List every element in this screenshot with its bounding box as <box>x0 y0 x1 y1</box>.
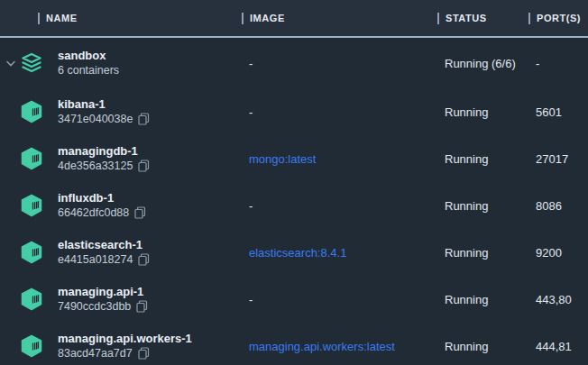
container-id: 3471e040038e <box>58 112 133 126</box>
status-cell: Running <box>437 105 528 119</box>
container-id: 7490ccdc3dbb <box>58 299 131 314</box>
copy-icon[interactable] <box>138 160 150 172</box>
container-subtitle: e4415a018274 <box>58 252 150 267</box>
container-name: managingdb-1 <box>58 144 150 159</box>
ports-cell: 444,81 <box>528 340 588 353</box>
stack-icon <box>20 51 43 75</box>
copy-icon[interactable] <box>134 206 146 219</box>
name-cell: managing.api-1 7490ccdc3dbb <box>0 285 242 314</box>
name-text-block: managingdb-1 4de356a33125 <box>58 144 150 173</box>
status-cell: Running <box>437 293 528 306</box>
copy-icon[interactable] <box>138 347 150 360</box>
status-cell: Running <box>437 199 528 213</box>
container-name: managing.api.workers-1 <box>58 332 192 346</box>
container-name: sandbox <box>58 49 119 63</box>
column-divider <box>242 13 243 24</box>
column-header-name[interactable]: NAME <box>0 13 242 24</box>
container-subtitle: 6 containers <box>58 63 119 78</box>
status-cell: Running <box>437 152 528 166</box>
container-subtitle: 3471e040038e <box>58 112 150 126</box>
status-cell: Running <box>437 246 528 260</box>
ports-cell: - <box>528 57 588 70</box>
container-subtitle: 7490ccdc3dbb <box>58 299 148 314</box>
table-row[interactable]: influxdb-1 66462dfc0d88 - Running 8086 <box>0 182 588 229</box>
image-cell: - <box>242 105 437 119</box>
status-cell: Running <box>437 340 528 353</box>
container-id: e4415a018274 <box>58 252 133 267</box>
column-divider <box>528 13 530 24</box>
container-id: 6 containers <box>58 63 119 78</box>
container-subtitle: 66462dfc0d88 <box>58 205 146 220</box>
column-divider <box>38 13 40 24</box>
container-name: kibana-1 <box>58 97 150 112</box>
container-id: 4de356a33125 <box>58 159 133 173</box>
image-cell[interactable]: managing.api.workers:latest <box>242 340 437 353</box>
table-row[interactable]: sandbox 6 containers - Running (6/6) - <box>0 38 588 88</box>
container-cube-icon <box>20 194 43 217</box>
name-cell: kibana-1 3471e040038e <box>0 97 242 126</box>
chevron-down-icon[interactable] <box>4 60 18 67</box>
table-row[interactable]: managingdb-1 4de356a33125 mongo:latest R… <box>0 135 588 182</box>
status-cell: Running (6/6) <box>437 57 528 70</box>
image-cell: - <box>242 199 437 213</box>
name-text-block: elasticsearch-1 e4415a018274 <box>58 238 150 267</box>
name-text-block: kibana-1 3471e040038e <box>58 97 150 126</box>
ports-cell: 8086 <box>528 199 588 213</box>
container-name: influxdb-1 <box>58 191 146 205</box>
name-cell: managingdb-1 4de356a33125 <box>0 144 242 173</box>
image-cell[interactable]: elasticsearch:8.4.1 <box>242 246 437 260</box>
copy-icon[interactable] <box>138 113 150 125</box>
container-cube-icon <box>20 287 43 311</box>
container-name: elasticsearch-1 <box>58 238 150 252</box>
image-cell: - <box>242 57 437 70</box>
column-header-name-label: NAME <box>46 13 78 23</box>
copy-icon[interactable] <box>136 300 148 313</box>
name-cell: managing.api.workers-1 83acd47aa7d7 <box>0 332 242 360</box>
ports-cell: 5601 <box>528 105 588 119</box>
table-row[interactable]: managing.api-1 7490ccdc3dbb - Running 44… <box>0 276 588 323</box>
table-header: NAME IMAGE STATUS PORT(S) <box>0 0 588 38</box>
copy-icon[interactable] <box>138 253 150 266</box>
container-cube-icon <box>20 334 43 358</box>
column-header-image[interactable]: IMAGE <box>242 13 437 24</box>
container-cube-icon <box>20 147 43 170</box>
name-text-block: sandbox 6 containers <box>58 49 119 78</box>
table-row[interactable]: kibana-1 3471e040038e - Running 5601 <box>0 88 588 135</box>
column-header-status-label: STATUS <box>446 13 487 23</box>
container-id: 83acd47aa7d7 <box>58 346 133 360</box>
container-cube-icon <box>20 241 43 264</box>
image-cell[interactable]: mongo:latest <box>242 152 437 166</box>
container-cube-icon <box>20 100 43 123</box>
table-body: sandbox 6 containers - Running (6/6) - <box>0 38 588 365</box>
image-cell: - <box>242 293 437 306</box>
containers-table: NAME IMAGE STATUS PORT(S) <box>0 0 588 365</box>
ports-cell: 443,80 <box>528 293 588 306</box>
column-header-image-label: IMAGE <box>250 13 285 23</box>
container-name: managing.api-1 <box>58 285 148 299</box>
column-header-status[interactable]: STATUS <box>437 13 528 24</box>
column-header-ports-label: PORT(S) <box>537 13 581 23</box>
name-cell: influxdb-1 66462dfc0d88 <box>0 191 242 220</box>
name-text-block: managing.api.workers-1 83acd47aa7d7 <box>58 332 192 360</box>
column-divider <box>437 13 439 24</box>
column-header-ports[interactable]: PORT(S) <box>528 13 588 24</box>
table-row[interactable]: managing.api.workers-1 83acd47aa7d7 mana… <box>0 323 588 365</box>
name-text-block: managing.api-1 7490ccdc3dbb <box>58 285 148 314</box>
ports-cell: 27017 <box>528 152 588 166</box>
container-id: 66462dfc0d88 <box>58 205 129 220</box>
container-subtitle: 83acd47aa7d7 <box>58 346 192 360</box>
container-subtitle: 4de356a33125 <box>58 159 150 173</box>
name-text-block: influxdb-1 66462dfc0d88 <box>58 191 146 220</box>
table-row[interactable]: elasticsearch-1 e4415a018274 elasticsear… <box>0 229 588 276</box>
ports-cell: 9200 <box>528 246 588 260</box>
name-cell: sandbox 6 containers <box>0 49 242 78</box>
name-cell: elasticsearch-1 e4415a018274 <box>0 238 242 267</box>
